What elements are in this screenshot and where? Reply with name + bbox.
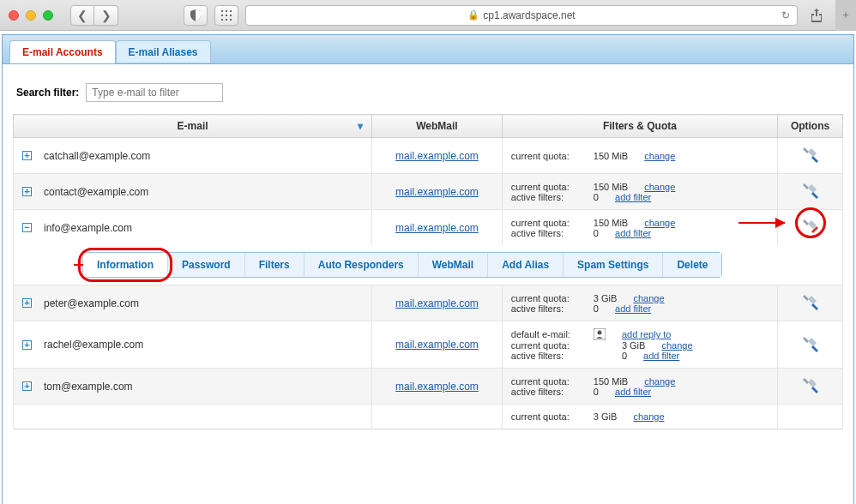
th-webmail[interactable]: WebMail (372, 115, 503, 138)
options-button[interactable] (801, 145, 820, 164)
add-filter-link[interactable]: add filter (643, 351, 679, 361)
table-row: +catchall@example.com mail.example.com c… (14, 138, 843, 174)
expand-toggle[interactable]: + (22, 151, 32, 160)
add-filter-link[interactable]: add filter (615, 192, 651, 202)
webmail-link[interactable]: mail.example.com (395, 222, 479, 234)
webmail-link[interactable]: mail.example.com (395, 381, 479, 393)
email-accounts-table: E-mail▾ WebMail Filters & Quota Options … (13, 114, 843, 429)
new-tab-button[interactable]: ＋ (835, 0, 856, 31)
change-quota-link[interactable]: change (633, 411, 664, 422)
subtab-password[interactable]: Password (168, 253, 245, 277)
email-address: catchall@example.com (44, 150, 150, 162)
svg-rect-3 (221, 15, 223, 16)
minimize-window-icon[interactable] (26, 10, 36, 21)
change-quota-link[interactable]: change (644, 218, 675, 228)
th-options[interactable]: Options (778, 115, 843, 138)
subtab-information[interactable]: Information (83, 253, 168, 277)
change-quota-link[interactable]: change (661, 340, 692, 351)
webmail-link[interactable]: mail.example.com (395, 150, 479, 162)
quota-label: current quota: (511, 340, 587, 351)
email-address: rachel@example.com (44, 339, 143, 351)
forward-button[interactable]: ❯ (94, 5, 118, 26)
email-address: tom@example.com (44, 381, 133, 393)
address-bar[interactable]: 🔒 cp1.awardspace.net ↻ (245, 5, 798, 26)
quota-value: 150 MiB (594, 151, 628, 161)
tools-expand-icon (801, 292, 820, 311)
subtabs-row: Information Password Filters Auto Respon… (14, 245, 843, 285)
nav-back-forward: ❮ ❯ (70, 5, 118, 26)
default-email-label: default e-mail: (511, 329, 587, 339)
tab-email-accounts[interactable]: E-mail Accounts (9, 40, 116, 63)
expand-toggle[interactable]: + (22, 187, 32, 196)
window-controls (9, 10, 53, 21)
avatar-icon (594, 328, 606, 340)
shield-icon (190, 9, 201, 21)
back-button[interactable]: ❮ (70, 5, 94, 26)
quota-label: current quota: (511, 151, 587, 161)
email-address: peter@example.com (44, 297, 139, 309)
url-text: cp1.awardspace.net (483, 9, 575, 21)
tools-collapse-icon (801, 217, 820, 236)
add-filter-link[interactable]: add filter (615, 228, 651, 238)
expand-toggle[interactable]: + (22, 340, 32, 350)
subtab-spam-settings[interactable]: Spam Settings (564, 253, 663, 277)
grid-button[interactable] (214, 5, 238, 26)
add-filter-link[interactable]: add filter (615, 303, 651, 314)
th-filters-quota[interactable]: Filters & Quota (502, 115, 777, 138)
close-window-icon[interactable] (9, 10, 19, 21)
options-button[interactable] (801, 334, 820, 353)
search-input[interactable] (86, 83, 223, 102)
lock-icon: 🔒 (467, 9, 479, 21)
change-quota-link[interactable]: change (633, 293, 664, 303)
quota-label: current quota: (511, 293, 587, 303)
email-address: info@example.com (44, 222, 132, 234)
email-address: contact@example.com (44, 186, 148, 198)
expand-toggle[interactable]: + (22, 381, 32, 391)
tools-expand-icon (801, 145, 820, 164)
table-row: −info@example.com mail.example.com curre… (14, 210, 843, 246)
collapse-toggle[interactable]: − (22, 223, 32, 232)
change-quota-link[interactable]: change (644, 182, 675, 192)
svg-rect-6 (221, 19, 223, 21)
table-row: +peter@example.com mail.example.com curr… (14, 285, 843, 321)
webmail-link[interactable]: mail.example.com (395, 339, 479, 351)
tab-email-aliases[interactable]: E-mail Aliases (116, 40, 211, 63)
tools-expand-icon (801, 334, 820, 353)
tools-expand-icon (801, 181, 820, 200)
svg-rect-1 (226, 10, 227, 12)
subtab-add-alias[interactable]: Add Alias (488, 253, 564, 277)
quota-label: current quota: (511, 218, 587, 228)
subtab-filters[interactable]: Filters (245, 253, 304, 277)
change-quota-link[interactable]: change (644, 376, 675, 387)
th-email[interactable]: E-mail▾ (14, 115, 372, 138)
filters-value: 0 (594, 387, 599, 397)
webmail-link[interactable]: mail.example.com (395, 186, 479, 198)
options-button[interactable] (801, 292, 820, 311)
reader-button[interactable] (184, 5, 208, 26)
add-reply-to-link[interactable]: add reply to (622, 329, 671, 339)
fullscreen-window-icon[interactable] (43, 10, 53, 21)
share-button[interactable] (805, 5, 829, 26)
reload-icon[interactable]: ↻ (781, 9, 790, 21)
cp-body: Search filter: E-mail▾ WebMail Filters &… (3, 64, 853, 441)
quota-value: 150 MiB (594, 218, 628, 228)
filters-value: 0 (622, 351, 627, 361)
options-button[interactable] (801, 181, 820, 200)
grid-icon (221, 10, 232, 21)
svg-rect-4 (226, 15, 227, 16)
table-row: +tom@example.com mail.example.com curren… (14, 369, 843, 405)
subtab-webmail[interactable]: WebMail (419, 253, 488, 277)
quota-label: current quota: (511, 182, 587, 192)
webmail-link[interactable]: mail.example.com (395, 297, 479, 309)
subtab-delete[interactable]: Delete (663, 253, 721, 277)
options-button-expanded[interactable] (801, 217, 820, 236)
sort-caret-icon: ▾ (358, 120, 363, 132)
account-subtabs: Information Password Filters Auto Respon… (82, 252, 722, 278)
add-filter-link[interactable]: add filter (615, 387, 651, 397)
subtab-autoresponders[interactable]: Auto Responders (304, 253, 419, 277)
filters-value: 0 (594, 228, 599, 238)
change-quota-link[interactable]: change (644, 151, 675, 161)
expand-toggle[interactable]: + (22, 298, 32, 308)
options-button[interactable] (801, 375, 820, 394)
quota-label: current quota: (511, 376, 587, 387)
